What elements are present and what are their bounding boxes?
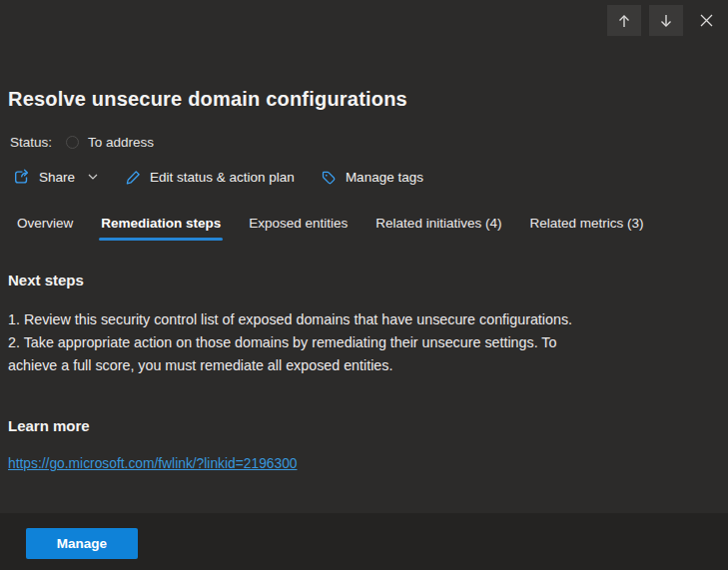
- pencil-icon: [125, 169, 142, 186]
- tab-exposed-entities[interactable]: Exposed entities: [237, 208, 360, 243]
- tab-content: Next steps 1. Review this security contr…: [8, 272, 607, 472]
- next-steps-heading: Next steps: [8, 272, 607, 288]
- tab-related-metrics[interactable]: Related metrics (3): [517, 208, 655, 243]
- learn-more-link[interactable]: https://go.microsoft.com/fwlink/?linkid=…: [8, 456, 298, 471]
- edit-status-action-plan-button[interactable]: Edit status & action plan: [125, 169, 295, 186]
- arrow-down-icon: [658, 13, 674, 29]
- status-circle-icon: [66, 136, 79, 149]
- status-row: Status: To address: [10, 133, 154, 151]
- tab-bar: Overview Remediation steps Exposed entit…: [5, 208, 659, 243]
- tab-related-initiatives[interactable]: Related initiatives (4): [364, 208, 513, 243]
- manage-button[interactable]: Manage: [26, 528, 138, 559]
- share-button[interactable]: Share: [13, 168, 99, 186]
- close-icon: [699, 13, 714, 28]
- edit-status-label: Edit status & action plan: [150, 170, 295, 185]
- tab-overview[interactable]: Overview: [5, 208, 85, 243]
- share-icon: [13, 168, 31, 186]
- tab-remediation-steps[interactable]: Remediation steps: [89, 208, 233, 243]
- flyout-panel: Resolve unsecure domain configurations S…: [0, 0, 728, 570]
- chevron-down-icon: [87, 171, 99, 183]
- step-item: 2. Take appropriate action on those doma…: [8, 331, 585, 377]
- arrow-up-icon: [616, 13, 632, 29]
- share-label: Share: [39, 170, 75, 185]
- manage-tags-label: Manage tags: [346, 170, 423, 185]
- window-controls: [607, 5, 721, 36]
- close-button[interactable]: [691, 5, 721, 36]
- command-bar: Share Edit status & action plan: [13, 168, 449, 186]
- tag-icon: [321, 169, 338, 186]
- previous-item-button[interactable]: [607, 5, 641, 36]
- status-label: Status:: [10, 135, 52, 150]
- step-item: 1. Review this security control list of …: [8, 308, 585, 331]
- status-value: To address: [88, 135, 154, 150]
- page-title: Resolve unsecure domain configurations: [8, 88, 407, 111]
- next-steps-list: 1. Review this security control list of …: [8, 308, 585, 377]
- learn-more-heading: Learn more: [8, 417, 607, 434]
- manage-tags-button[interactable]: Manage tags: [321, 169, 423, 186]
- next-item-button[interactable]: [649, 5, 683, 36]
- footer-bar: Manage: [0, 513, 728, 570]
